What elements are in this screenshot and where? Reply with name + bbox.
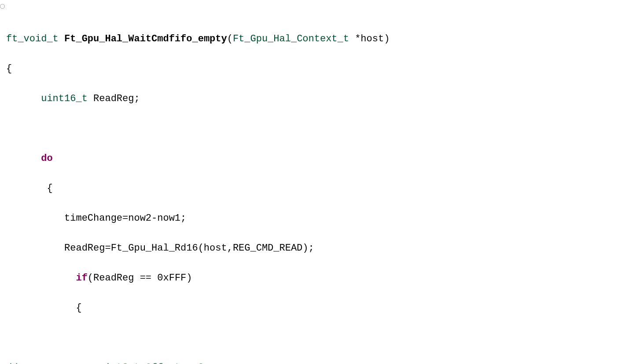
type-token: Ft_Gpu_Hal_Context_t [233, 33, 349, 44]
code-line: { [6, 181, 618, 196]
code-line: if(ReadReg == 0xFFF) [6, 271, 618, 286]
text: ReadReg; [88, 93, 140, 104]
type-token: uint16_t [41, 93, 88, 104]
text: (ReadReg == 0xFFF) [88, 273, 192, 284]
text [6, 273, 76, 284]
code-editor: ft_void_t Ft_Gpu_Hal_WaitCmdfifo_empty(F… [0, 0, 618, 364]
code-line: { [6, 62, 618, 76]
text: *host) [349, 33, 390, 44]
type-token: ft_void_t [6, 33, 59, 44]
text [6, 153, 41, 164]
code-line: uint16_t ReadReg; [6, 91, 618, 106]
text: ( [227, 33, 233, 44]
function-name: Ft_Gpu_Hal_WaitCmdfifo_empty [64, 33, 227, 44]
code-line: { [6, 301, 618, 316]
code-line [6, 121, 618, 136]
code-line: do [6, 151, 618, 166]
code-line: timeChange=now2-now1; [6, 211, 618, 226]
comment-token: // [6, 362, 99, 364]
comment-token: uint8_t Offset = 0; [99, 362, 210, 364]
text [6, 93, 41, 104]
fold-marker-icon [0, 4, 5, 9]
text [59, 33, 64, 44]
keyword-token: if [76, 273, 87, 284]
code-line [6, 331, 618, 346]
code-line: // uint8_t Offset = 0; [6, 360, 618, 364]
code-line: ft_void_t Ft_Gpu_Hal_WaitCmdfifo_empty(F… [6, 32, 618, 47]
keyword-token: do [41, 153, 52, 164]
code-line: ReadReg=Ft_Gpu_Hal_Rd16(host,REG_CMD_REA… [6, 241, 618, 256]
